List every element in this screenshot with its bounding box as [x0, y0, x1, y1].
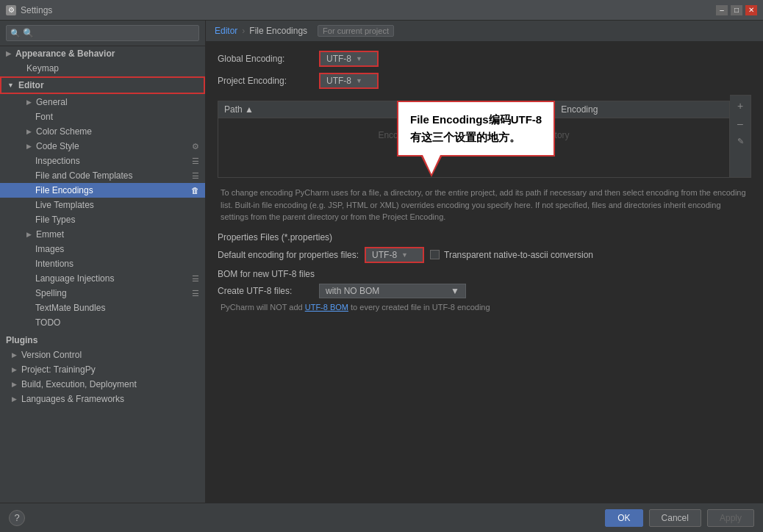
sidebar-item-todo[interactable]: TODO — [0, 315, 205, 330]
bottom-bar: ? OK Cancel Apply — [0, 503, 763, 532]
triangle-build-icon: ▶ — [12, 381, 17, 388]
inspect-icon: ☰ — [192, 157, 199, 166]
maximize-button[interactable]: □ — [731, 5, 742, 15]
callout-line1: File Encodings编码UTF-8 — [410, 111, 542, 129]
triangle-proj-icon: ▶ — [12, 366, 17, 373]
sidebar-item-project-training[interactable]: ▶ Project: TrainingPy — [0, 362, 205, 377]
remove-path-button[interactable]: – — [733, 116, 748, 131]
sidebar-item-textmate-bundles[interactable]: TextMate Bundles — [0, 301, 205, 315]
edit-path-button[interactable]: ✎ — [733, 134, 748, 148]
sidebar-item-appearance[interactable]: ▶ Appearance & Behavior — [0, 46, 205, 61]
properties-section-title: Properties Files (*.properties) — [218, 232, 751, 242]
sidebar-item-file-types[interactable]: File Types — [0, 212, 205, 227]
app-icon: ⚙ — [6, 5, 16, 15]
transparent-label: Transparent native-to-ascii conversion — [444, 250, 593, 260]
minimize-button[interactable]: – — [716, 5, 728, 15]
callout-annotation: File Encodings编码UTF-8 有这三个设置的地方。 — [397, 101, 555, 157]
bom-section: BOM for new UTF-8 files Create UTF-8 fil… — [218, 269, 751, 312]
sidebar-item-live-templates[interactable]: Live Templates — [0, 198, 205, 212]
triangle-vc-icon: ▶ — [12, 351, 17, 359]
settings-icon: ⚙ — [192, 142, 199, 151]
sidebar-item-languages-frameworks[interactable]: ▶ Languages & Frameworks — [0, 392, 205, 406]
search-icon: 🔍 — [10, 29, 21, 38]
triangle-lang-icon: ▶ — [12, 395, 17, 403]
window-title: Settings — [21, 5, 52, 15]
search-input[interactable] — [6, 25, 199, 41]
sidebar-item-version-control[interactable]: ▶ Version Control — [0, 348, 205, 362]
cancel-button[interactable]: Cancel — [649, 509, 701, 527]
bom-section-title: BOM for new UTF-8 files — [218, 269, 751, 279]
bom-combo-arrow: ▼ — [451, 286, 459, 296]
sidebar-item-emmet[interactable]: ▶ Emmet — [0, 227, 205, 242]
sidebar-item-general[interactable]: ▶ General — [0, 95, 205, 109]
close-button[interactable]: ✕ — [745, 5, 757, 15]
notice-text: To change encoding PyCharm uses for a fi… — [218, 187, 751, 223]
breadcrumb-tag: For current project — [318, 25, 394, 37]
sidebar-item-code-style[interactable]: ▶ Code Style ⚙ — [0, 139, 205, 154]
breadcrumb-current: File Encodings — [249, 26, 307, 36]
props-dropdown-arrow: ▼ — [401, 251, 408, 259]
sidebar: 🔍 ▶ Appearance & Behavior Keymap ▼ Edito… — [0, 21, 206, 503]
global-encoding-dropdown[interactable]: UTF-8 ▼ — [319, 51, 379, 67]
template-icon: ☰ — [192, 171, 199, 181]
project-encoding-dropdown[interactable]: UTF-8 ▼ — [319, 73, 379, 89]
sidebar-item-file-encodings[interactable]: File Encodings 🗑 — [0, 183, 205, 198]
sidebar-item-intentions[interactable]: Intentions — [0, 256, 205, 271]
bom-row: Create UTF-8 files: with NO BOM ▼ — [218, 284, 751, 298]
bom-combo[interactable]: with NO BOM ▼ — [319, 284, 466, 298]
proj-dropdown-arrow-icon: ▼ — [356, 77, 362, 85]
search-box: 🔍 — [0, 21, 205, 46]
content-body: Global Encoding: UTF-8 ▼ Project Encodin… — [206, 42, 763, 503]
sidebar-item-font[interactable]: Font — [0, 109, 205, 124]
ok-button[interactable]: OK — [605, 509, 642, 527]
apply-button[interactable]: Apply — [707, 509, 754, 527]
sidebar-item-color-scheme[interactable]: ▶ Color Scheme — [0, 124, 205, 139]
sidebar-item-spelling[interactable]: Spelling ☰ — [0, 286, 205, 301]
triangle-open-icon: ▼ — [7, 82, 14, 89]
add-path-button[interactable]: + — [733, 98, 748, 113]
callout-line2: 有这三个设置的地方。 — [410, 129, 542, 146]
lang-inject-icon: ☰ — [192, 274, 199, 284]
triangle-emmet-icon: ▶ — [26, 231, 32, 238]
dropdown-arrow-icon: ▼ — [356, 55, 362, 62]
project-encoding-row: Project Encoding: UTF-8 ▼ — [218, 73, 751, 89]
sidebar-item-plugins[interactable]: Plugins — [0, 333, 205, 348]
properties-encoding-dropdown[interactable]: UTF-8 ▼ — [365, 247, 424, 263]
breadcrumb-sep: › — [242, 26, 245, 36]
utf8-bom-link[interactable]: UTF-8 BOM — [305, 303, 348, 312]
title-bar: ⚙ Settings – □ ✕ — [0, 0, 763, 21]
triangle-code-icon: ▶ — [26, 143, 32, 150]
sidebar-item-build-execution[interactable]: ▶ Build, Execution, Deployment — [0, 377, 205, 392]
sidebar-item-inspections[interactable]: Inspections ☰ — [0, 154, 205, 168]
triangle-color-icon: ▶ — [26, 128, 32, 135]
breadcrumb-editor[interactable]: Editor — [215, 26, 237, 36]
properties-label: Default encoding for properties files: — [218, 250, 359, 260]
table-header-encoding[interactable]: Encoding — [555, 101, 729, 118]
sidebar-item-images[interactable]: Images — [0, 242, 205, 256]
sidebar-item-keymap[interactable]: Keymap — [0, 61, 205, 76]
triangle-icon: ▶ — [6, 50, 11, 57]
sidebar-item-editor[interactable]: ▼ Editor — [1, 78, 204, 93]
sidebar-item-file-code-templates[interactable]: File and Code Templates ☰ — [0, 168, 205, 183]
global-encoding-label: Global Encoding: — [218, 54, 313, 64]
content-area: Editor › File Encodings For current proj… — [206, 21, 763, 503]
window-controls: – □ ✕ — [716, 5, 757, 15]
project-encoding-label: Project Encoding: — [218, 76, 313, 86]
bom-info-text: PyCharm will NOT add UTF-8 BOM to every … — [218, 303, 751, 312]
spell-icon: ☰ — [192, 289, 199, 298]
encoding-icon: 🗑 — [191, 186, 199, 195]
transparent-checkbox[interactable] — [430, 250, 440, 259]
global-encoding-row: Global Encoding: UTF-8 ▼ — [218, 51, 751, 67]
properties-encoding-row: Default encoding for properties files: U… — [218, 247, 751, 263]
bom-label: Create UTF-8 files: — [218, 286, 313, 296]
breadcrumb: Editor › File Encodings For current proj… — [206, 21, 763, 42]
help-button[interactable]: ? — [9, 510, 25, 526]
sidebar-item-language-injections[interactable]: Language Injections ☰ — [0, 271, 205, 286]
triangle-general-icon: ▶ — [26, 98, 32, 106]
transparent-checkbox-row: Transparent native-to-ascii conversion — [430, 250, 593, 260]
